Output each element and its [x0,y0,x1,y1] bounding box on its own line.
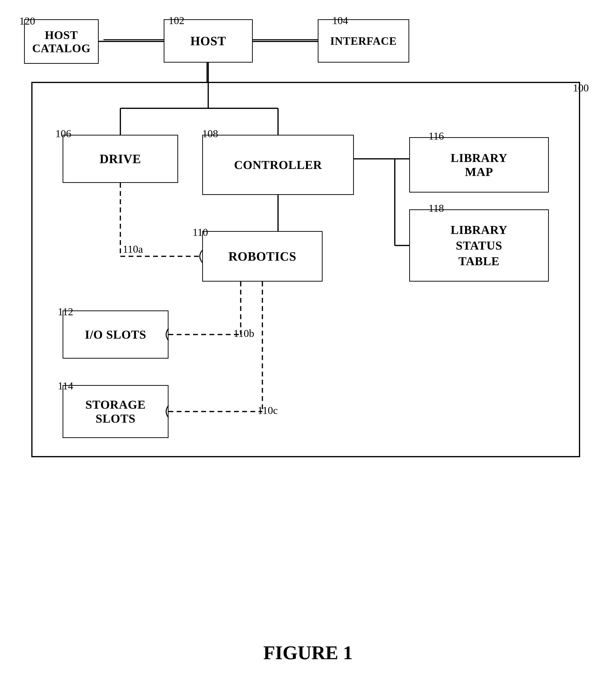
ref-104: 104 [332,15,348,27]
ref-110b: 110b [234,327,254,339]
library-map-box: LIBRARY MAP [409,137,549,193]
drive-box: DRIVE [63,135,178,183]
ref-116: 116 [428,130,444,142]
interface-box: INTERFACE [318,19,409,63]
ref-112: 112 [58,306,73,318]
controller-box: CONTROLLER [202,135,354,195]
ref-110: 110 [193,226,208,239]
library-status-box: LIBRARY STATUS TABLE [409,210,549,282]
ref-120: 120 [19,15,35,27]
ref-106: 106 [56,128,71,140]
robotics-box: ROBOTICS [202,231,323,282]
host-catalog-box: HOST CATALOG [24,19,99,64]
ref-108: 108 [202,128,218,140]
ref-114: 114 [58,380,73,392]
ref-110c: 110c [258,404,278,417]
storage-slots-box: STORAGE SLOTS [63,385,169,438]
ref-118: 118 [428,202,444,215]
ref-100: 100 [573,82,589,94]
io-slots-box: I/O SLOTS [63,310,169,358]
figure-caption: FIGURE 1 [0,642,616,664]
ref-102: 102 [169,15,184,27]
ref-110a: 110a [123,243,143,255]
